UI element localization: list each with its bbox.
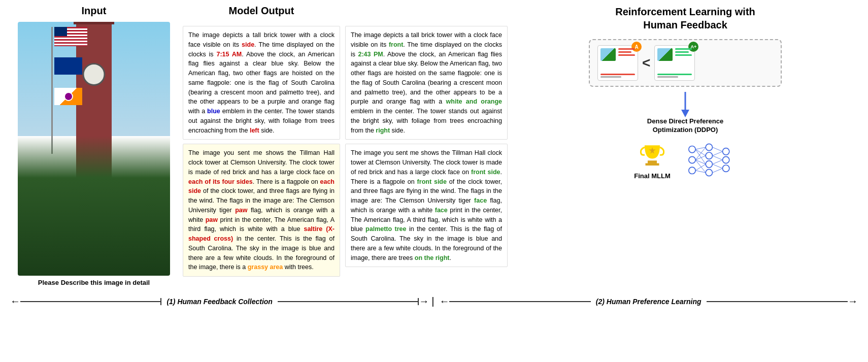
svg-rect-2 xyxy=(648,161,657,164)
doc-card-a: A xyxy=(597,45,638,81)
svg-line-27 xyxy=(712,160,722,164)
svg-point-7 xyxy=(689,167,695,174)
svg-point-6 xyxy=(689,156,695,163)
tower-top xyxy=(74,22,114,24)
tb1-mid2: . Above the clock, an American flag flie… xyxy=(188,51,335,115)
flag-emblem xyxy=(64,92,73,101)
tb4-h4: face xyxy=(435,207,448,214)
bottom-row: Final MLLM xyxy=(589,140,782,180)
tb4-h3: face xyxy=(474,197,487,204)
timeline-line-far-right xyxy=(707,301,848,302)
preference-row: A < xyxy=(589,39,782,87)
tb1-h4: left xyxy=(250,127,259,134)
tb2-end: with trees. xyxy=(283,264,313,271)
timeline-line-left xyxy=(20,301,161,302)
separator-line: | xyxy=(431,295,434,307)
tb3-h2: 2:43 PM xyxy=(358,51,383,58)
tb3-h3: white and orange xyxy=(446,98,502,105)
tb2-before1: The image you sent me shows the Tillman … xyxy=(188,149,335,176)
right-section-arrow-icon: ← xyxy=(439,295,449,307)
timeline-line-right xyxy=(449,301,590,302)
tb4-h1: front side xyxy=(471,169,500,176)
col-input: Input Please Describe this image in deta… xyxy=(10,5,178,286)
svg-point-9 xyxy=(706,152,712,159)
tb2-h4: paw xyxy=(206,216,218,223)
tb3-mid2: . Above the clock, an American flag flie… xyxy=(351,51,502,106)
trees-overlay xyxy=(18,136,170,276)
less-than-symbol: < xyxy=(642,55,650,71)
tb3-end: side. xyxy=(390,127,405,134)
down-arrow-icon xyxy=(678,92,693,117)
orange-flag xyxy=(54,88,82,105)
tb4-h5: palmetto tree xyxy=(365,225,406,233)
tb2-h3: paw xyxy=(235,207,247,214)
svg-marker-1 xyxy=(681,110,689,117)
text-box-2: The image you sent me shows the Tillman … xyxy=(183,144,340,277)
ddpo-label: Dense Direct PreferenceOptimization (DDP… xyxy=(647,117,723,135)
doc-lines-aplus xyxy=(675,48,692,56)
tb2-h1: each of its four sides xyxy=(188,178,253,185)
left-arrow-icon: ← xyxy=(10,295,20,307)
top-section: Input Please Describe this image in deta… xyxy=(0,0,868,286)
us-flag xyxy=(54,27,87,46)
us-flag-canton xyxy=(54,27,67,36)
doc-card-aplus: A+ xyxy=(654,45,695,81)
tb2-mid1: . There is a flagpole on xyxy=(253,178,320,185)
svg-point-14 xyxy=(722,165,729,172)
svg-line-28 xyxy=(712,164,722,168)
tb4-h2: front side xyxy=(417,178,447,185)
rlhf-header: Reinforcement Learning withHuman Feedbac… xyxy=(615,5,755,31)
arrow-section: Dense Direct PreferenceOptimization (DDP… xyxy=(647,92,723,135)
svg-point-11 xyxy=(706,169,712,176)
doc-bottom-a xyxy=(600,56,635,78)
text-box-1: The image depicts a tall brick tower wit… xyxy=(183,26,340,140)
tb1-h2: 7:15 AM xyxy=(216,51,242,58)
tb3-h1: front xyxy=(389,41,403,48)
tb1-end: side. xyxy=(259,127,275,134)
model-output-header: Model Output xyxy=(183,5,340,17)
input-header: Input xyxy=(82,5,107,17)
col-rlhf-diagram: Reinforcement Learning withHuman Feedbac… xyxy=(513,5,858,286)
input-image xyxy=(18,22,170,276)
doc-lines-a xyxy=(618,48,635,56)
svg-line-25 xyxy=(712,151,722,155)
tb3-h4: right xyxy=(376,127,390,134)
timeline-line-mid xyxy=(278,301,419,302)
col-model-output: Model Output The image depicts a tall br… xyxy=(183,5,340,286)
timeline-label-2: (2) Human Preference Learning xyxy=(591,298,707,306)
tb3-mid3: emblem in the center. The tower stands o… xyxy=(351,108,502,134)
final-mllm-label: Final MLLM xyxy=(634,172,671,180)
main-container: Input Please Describe this image in deta… xyxy=(0,0,868,311)
timeline-tick-mid xyxy=(418,298,419,305)
rlhf-title: Reinforcement Learning withHuman Feedbac… xyxy=(615,6,755,30)
mid-arrow-icon: → xyxy=(419,295,429,307)
svg-point-10 xyxy=(706,160,712,167)
tb4-end: . xyxy=(450,254,451,261)
svg-rect-3 xyxy=(646,163,659,166)
bottom-timeline: ← (1) Human Feedback Collection → | ← (2… xyxy=(0,291,868,311)
tb1-h1: side xyxy=(242,41,254,48)
svg-line-29 xyxy=(712,168,722,172)
trophy-icon xyxy=(637,140,667,170)
svg-point-5 xyxy=(689,146,695,152)
sc-flag xyxy=(54,57,82,75)
rlhf-diagram: A < xyxy=(589,39,782,180)
flagpole xyxy=(51,27,53,154)
svg-line-26 xyxy=(712,155,722,159)
svg-line-22 xyxy=(695,164,706,171)
tb1-h3: blue xyxy=(207,108,220,115)
col-rlhf-output: placeholder The image depicts a tall bri… xyxy=(345,5,508,286)
neural-net-icon xyxy=(686,140,737,180)
trophy-section: Final MLLM xyxy=(634,140,671,180)
clock-face xyxy=(83,63,106,86)
tb4-h6: on the right xyxy=(415,254,450,261)
tb2-h6: grassy area xyxy=(248,264,283,271)
timeline-tick-left xyxy=(160,298,161,305)
svg-point-12 xyxy=(722,148,729,154)
timeline-label-1: (1) Human Feedback Collection xyxy=(161,298,277,306)
text-box-4: The image you sent me shows the Tillman … xyxy=(345,144,508,267)
svg-point-8 xyxy=(706,144,712,150)
image-caption: Please Describe this image in detail xyxy=(18,279,170,286)
ddpo-text: Dense Direct PreferenceOptimization (DDP… xyxy=(647,117,723,134)
svg-line-16 xyxy=(695,149,706,156)
